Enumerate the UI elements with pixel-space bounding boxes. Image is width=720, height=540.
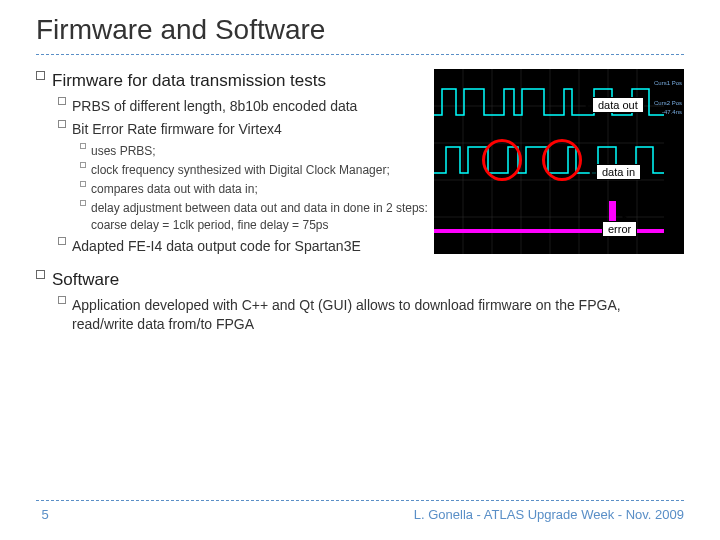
label-data-in: data in <box>596 164 641 180</box>
label-error: error <box>602 221 637 237</box>
subitem: delay adjustment between data out and da… <box>80 200 434 232</box>
bullet-square-icon <box>36 71 45 80</box>
bullet-square-icon <box>58 97 66 105</box>
footer-text: L. Gonella - ATLAS Upgrade Week - Nov. 2… <box>414 507 684 522</box>
subitem: clock frequency synthesized with Digital… <box>80 162 434 178</box>
highlight-circle <box>482 139 522 181</box>
scope-readout-line: -47.4ns <box>654 108 682 116</box>
item-fei4: Adapted FE-I4 data output code for Spart… <box>58 237 434 256</box>
bullet-square-icon <box>80 162 86 168</box>
subitem: compares data out with data in; <box>80 181 434 197</box>
oscilloscope-screenshot: Curs1 Pos Curs2 Pos -47.4ns data out dat… <box>434 69 684 254</box>
bullet-square-icon <box>80 200 86 206</box>
bullet-square-icon <box>58 120 66 128</box>
item-text: Bit Error Rate firmware for Virtex4 <box>72 120 434 139</box>
title-divider <box>36 54 684 55</box>
scope-readout-line: Curs2 Pos <box>654 99 682 107</box>
bullet-square-icon <box>36 270 45 279</box>
scope-readout-line: Curs1 Pos <box>654 79 682 87</box>
label-data-out: data out <box>592 97 644 113</box>
scope-side-readout: Curs1 Pos Curs2 Pos -47.4ns <box>654 79 682 116</box>
content-area: Firmware for data transmission tests PRB… <box>0 65 720 337</box>
section-software: Software <box>36 270 434 290</box>
text-column: Firmware for data transmission tests PRB… <box>36 65 434 337</box>
figure-column: Curs1 Pos Curs2 Pos -47.4ns data out dat… <box>434 65 684 337</box>
bullet-square-icon <box>58 296 66 304</box>
footer: 5 L. Gonella - ATLAS Upgrade Week - Nov.… <box>36 500 684 522</box>
subitem: uses PRBS; <box>80 143 434 159</box>
section-firmware: Firmware for data transmission tests <box>36 71 434 91</box>
section-heading: Firmware for data transmission tests <box>52 71 434 91</box>
bullet-square-icon <box>80 143 86 149</box>
bullet-square-icon <box>80 181 86 187</box>
page-number: 5 <box>36 507 54 522</box>
slide-title: Firmware and Software <box>0 0 720 54</box>
bullet-square-icon <box>58 237 66 245</box>
item-text: PRBS of different length, 8b10b encoded … <box>72 97 434 116</box>
item-text: Adapted FE-I4 data output code for Spart… <box>72 237 434 256</box>
subitem-text: uses PRBS; <box>91 143 434 159</box>
subitem-text: compares data out with data in; <box>91 181 434 197</box>
item-ber: Bit Error Rate firmware for Virtex4 <box>58 120 434 139</box>
subitem-text: delay adjustment between data out and da… <box>91 200 434 232</box>
footer-divider <box>36 500 684 501</box>
highlight-circle <box>542 139 582 181</box>
section-heading: Software <box>52 270 434 290</box>
item-prbs: PRBS of different length, 8b10b encoded … <box>58 97 434 116</box>
subitem-text: clock frequency synthesized with Digital… <box>91 162 434 178</box>
